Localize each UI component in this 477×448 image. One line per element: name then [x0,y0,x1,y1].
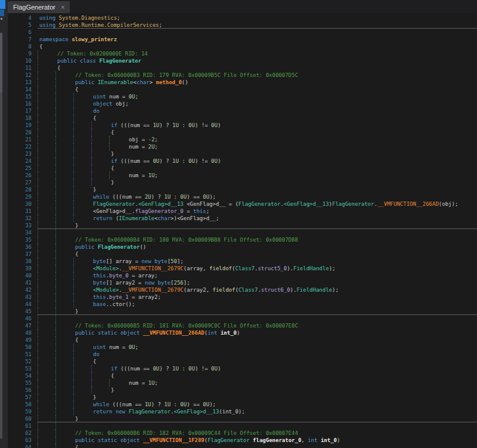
token-kw: new [145,280,154,286]
indent-guide [91,387,92,394]
accent-fragment-second [0,10,4,16]
indent-guide [55,322,56,329]
code-text: while (((num == 1U) ? 1U : 0U) == 0U); [93,401,216,408]
token-cm: // Token: 0x0200000E RID: 14 [57,51,148,57]
indent-guide [73,122,74,129]
token-kw: public [75,244,95,250]
token-pl: } [93,394,96,400]
indent-guide [38,122,38,129]
token-pl: ; [135,344,138,350]
token-cm: // Token: 0x060000B3 RID: 179 RVA: 0x000… [75,72,298,78]
close-icon[interactable]: × [61,4,64,11]
indent-guide [73,215,74,222]
token-pl: ) ? [151,194,165,200]
indent-guide [38,136,38,143]
token-pl: ) == [187,401,203,407]
indent-guide [55,100,56,107]
token-pl: ); [332,287,339,293]
indent-guide [55,243,56,251]
token-nu: 0U [188,122,195,128]
code-text: { [75,86,78,93]
indent-guide [38,215,38,222]
token-kw: int [308,437,317,443]
indent-guide [55,286,56,293]
indent-guide [55,115,56,122]
token-nu: 0U [129,94,135,100]
indent-guide [55,401,56,408]
code-line: 55num = 1U; [0,379,477,387]
indent-guide [55,437,56,444]
code-text: <Module>.__VMFUNCTION__2679C(array, fiel… [93,265,335,272]
token-nu: 1U [148,380,155,386]
token-pb: int_0 [221,330,237,336]
code-editor[interactable]: 4using System.Diagnostics;5using System.… [0,13,477,448]
code-line: 5using System.Runtime.CompilerServices; [0,21,477,29]
token-ty: FieldHandle [296,287,332,293]
code-text: } [93,394,96,401]
code-text: do [93,351,100,358]
token-pl: { [75,444,78,448]
code-line: 21obj = -2; [0,136,477,143]
code-text: public IEnumerable<char> method_0() [75,79,188,86]
indent-guide [55,186,56,193]
token-me: __VMFUNCTION__266AD [377,201,439,207]
token-meb: __VMFUNCTION__1F289 [143,437,205,443]
token-pl: ]; [177,258,184,264]
token-kw: this [93,273,106,279]
token-ty: Class7 [238,287,258,293]
indent-guide [38,422,38,430]
indent-guide [73,179,74,186]
token-ns: System.Runtime.CompilerServices [59,22,159,28]
token-kw: namespace [39,36,69,42]
token-nu: 0U [211,122,218,128]
token-ty: FieldHandle [293,265,329,271]
tab-title: FlagGenerator [13,4,55,11]
indent-guide [55,258,56,265]
indent-guide [55,301,56,308]
token-pl: num = [106,344,129,350]
token-kw: static [98,330,117,336]
code-text: } [111,150,114,157]
token-nu: 0U [129,344,135,350]
indent-guide [38,129,38,136]
indent-guide [38,193,38,200]
indent-guide [73,379,74,387]
token-pl: } [75,416,78,422]
token-nu: 1U [164,194,171,200]
code-line: 10public class FlagGenerator [0,57,477,64]
indent-guide [38,329,38,336]
token-kw: this [93,294,106,300]
indent-guide [73,293,74,301]
token-kw: public [75,79,95,85]
indent-guide [73,172,74,179]
token-pl: <GenFlag>d__ = ( [184,201,238,207]
indent-guide [55,172,56,179]
code-text: { [111,165,114,172]
token-me: __VMFUNCTION__2679C [122,265,184,271]
token-tyb: FlagGenerator [98,244,140,250]
token-pl: { [39,44,42,50]
indent-guide [55,229,56,236]
scrollbar-track-upper[interactable] [0,33,2,92]
token-nu: 1U [172,122,179,128]
indent-guide [73,157,74,165]
indent-guide [38,286,38,293]
token-nu: 2U [145,194,151,200]
token-pl: = array2; [129,294,161,300]
code-line: 48public static object __VMFUNCTION__266… [0,329,477,336]
code-line: 43this.byte_1 = array2; [0,293,477,301]
scrollbar-track-lower[interactable] [0,92,2,438]
indent-guide [38,265,38,272]
indent-guide [73,301,74,308]
indent-guide [91,150,92,157]
code-text: using System.Diagnostics; [39,14,120,21]
code-line: 25{ [0,165,477,172]
indent-guide [73,394,74,401]
code-text: object obj; [93,100,129,107]
code-line: 44base..ctor(); [0,301,477,308]
indent-guide [73,186,74,193]
indent-guide [55,315,56,322]
token-kw: this [193,208,206,214]
token-kw: char [157,215,171,221]
tab-flaggenerator[interactable]: FlagGenerator × [8,1,70,13]
